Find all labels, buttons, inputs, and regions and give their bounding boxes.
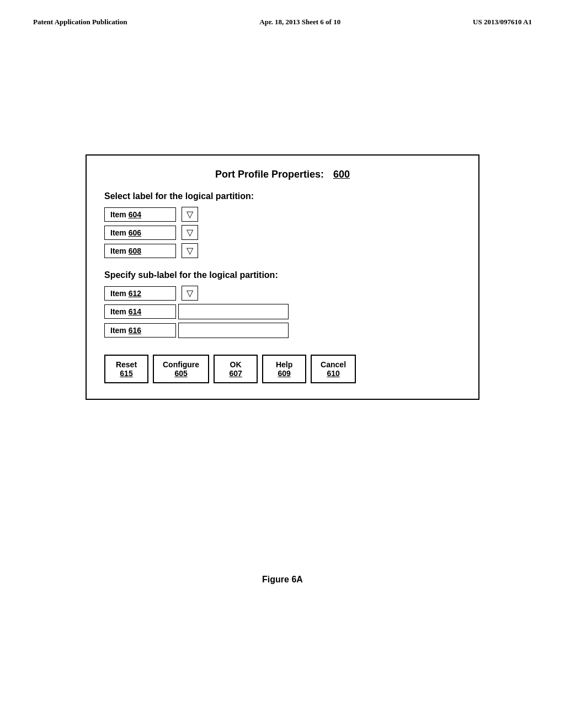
dialog-title: Port Profile Properties: 600	[104, 169, 461, 180]
dropdown-ref-606: 606	[129, 228, 141, 237]
ok-ref: 607	[223, 369, 248, 378]
sublabel-ref-612: 612	[129, 289, 141, 298]
dropdown-item-608[interactable]: Item 608	[104, 244, 176, 258]
buttons-row: Reset615 Configure605 OK607 Help609 Canc…	[104, 355, 461, 383]
figure-caption: Figure 6A	[0, 575, 565, 585]
header-right: US 2013/097610 A1	[473, 18, 532, 26]
dialog-title-text: Port Profile Properties:	[215, 169, 324, 180]
sublabel-item-612[interactable]: Item 612	[104, 286, 176, 301]
dialog-box: Port Profile Properties: 600 Select labe…	[86, 154, 479, 400]
dropdown-row-604: Item 604 ▽	[104, 207, 461, 222]
sublabel-label-612: Item 612	[110, 289, 141, 298]
dropdown-row-606: Item 606 ▽	[104, 225, 461, 240]
dropdown-label-606: Item 606	[110, 228, 141, 237]
sublabel-ref-616: 616	[129, 326, 141, 335]
page: Patent Application Publication Apr. 18, …	[0, 0, 565, 728]
sublabel-ref-614: 614	[129, 307, 141, 316]
patent-header: Patent Application Publication Apr. 18, …	[0, 0, 565, 26]
dialog-title-ref: 600	[333, 169, 350, 180]
sublabel-section: Specify sub-label for the logical partit…	[104, 270, 461, 338]
dropdown-ref-608: 608	[129, 247, 141, 255]
help-ref: 609	[272, 369, 296, 378]
section1-label: Select label for the logical partition:	[104, 191, 461, 201]
dropdown-item-604[interactable]: Item 604	[104, 207, 176, 222]
sublabel-row-616: Item 616	[104, 323, 461, 338]
sublabel-item-614[interactable]: Item 614	[104, 304, 176, 319]
help-button[interactable]: Help609	[262, 355, 306, 383]
dropdown-label-608: Item 608	[110, 247, 141, 255]
cancel-ref: 610	[321, 369, 346, 378]
sublabel-row-612: Item 612 ▽	[104, 286, 461, 301]
reset-button[interactable]: Reset615	[104, 355, 148, 383]
header-left: Patent Application Publication	[33, 18, 127, 26]
dropdown-label-604: Item 604	[110, 210, 141, 219]
sublabel-arrow-612[interactable]: ▽	[182, 286, 198, 301]
sublabel-item-616[interactable]: Item 616	[104, 323, 176, 338]
reset-ref: 615	[114, 369, 138, 378]
dropdown-ref-604: 604	[129, 210, 141, 219]
sublabel-row-614: Item 614	[104, 304, 461, 319]
dropdown-arrow-604[interactable]: ▽	[182, 207, 198, 222]
dropdown-row-608: Item 608 ▽	[104, 243, 461, 258]
section2-label: Specify sub-label for the logical partit…	[104, 270, 461, 280]
dropdown-arrow-606[interactable]: ▽	[182, 225, 198, 240]
sublabel-label-616: Item 616	[110, 326, 141, 335]
configure-button[interactable]: Configure605	[153, 355, 209, 383]
sublabel-input-616[interactable]	[178, 323, 289, 338]
configure-ref: 605	[163, 369, 199, 378]
header-center: Apr. 18, 2013 Sheet 6 of 10	[259, 18, 340, 26]
dropdown-item-606[interactable]: Item 606	[104, 226, 176, 240]
cancel-button[interactable]: Cancel610	[311, 355, 356, 383]
sublabel-input-614[interactable]	[178, 304, 289, 319]
ok-button[interactable]: OK607	[214, 355, 258, 383]
sublabel-label-614: Item 614	[110, 307, 141, 316]
dropdown-arrow-608[interactable]: ▽	[182, 243, 198, 258]
